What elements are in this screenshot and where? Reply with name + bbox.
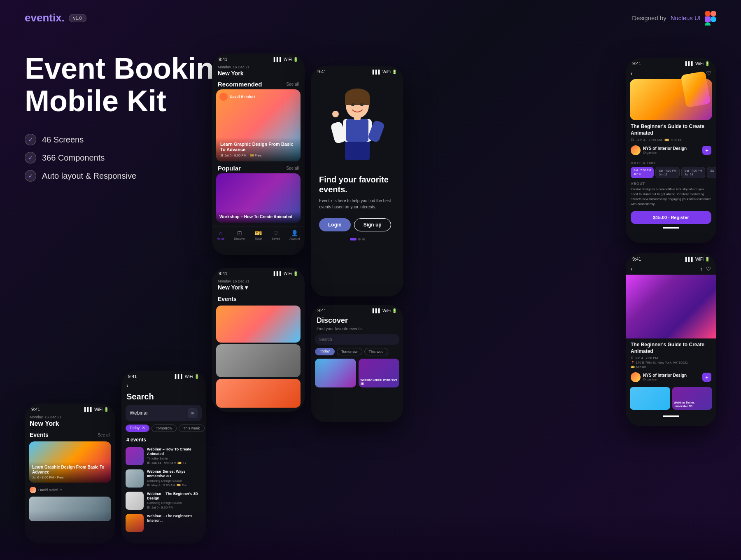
back-arrow[interactable]: ‹ [121,380,206,390]
chip-thisweek[interactable]: This week [179,425,205,432]
detail-b-event-title: The Beginner's Guide to Create Animated [626,338,716,355]
discover-subtitle: Find your favorite events. [311,327,403,334]
logo-text: eventix. [25,12,65,24]
pbe-date: Monday, 16 Dec 21 [212,278,305,283]
status-bar-1: 9:41 ▌▌▌ WiFi 🔋 [25,404,115,413]
nav-discover[interactable]: ⊡ Discover [234,230,245,240]
nav-ticket[interactable]: 🎫 Ticket [255,230,262,240]
status-bar-8: 9:41 ▌▌▌ WiFi 🔋 [212,268,305,278]
login-button[interactable]: Login [319,218,351,231]
feature-components: ✓ 366 Components [25,152,716,163]
detail-b-hero-image [626,275,716,338]
discover-chip-thisweek[interactable]: This wee [364,348,388,355]
register-button[interactable]: $15.00 · Register [631,211,711,224]
discover-search-input[interactable]: Search [315,334,399,345]
phone-bottom-events: 9:41 ▌▌▌ WiFi 🔋 Monday, 16 Dec 21 New Yo… [212,268,305,412]
hero-section: Event Booking Mobile Kit ✓ 46 Screens ✓ … [0,36,741,182]
secondary-event-card[interactable] [29,497,111,521]
svg-rect-0 [705,11,711,16]
figma-icon [705,12,716,24]
header: eventix. v1.0 Designed by Nucleus UI [0,0,741,36]
svg-rect-2 [705,16,711,22]
search-input-row[interactable]: Webinar ⊞ [126,405,202,421]
svg-rect-3 [711,16,716,22]
share-icon-b[interactable]: ↑ [700,266,703,272]
result-thumb-4 [126,514,144,532]
result-thumb-3 [126,492,144,510]
pbe-card-2[interactable] [216,344,301,377]
chip-today[interactable]: Today ✕ [126,425,149,432]
phone-city-1: New York [25,419,115,428]
check-icon: ✓ [25,134,36,145]
detail-b-meta: 🗓 Jun 4 · 7:00 PM 📍 170 E 70th St, New Y… [626,355,716,370]
result-thumb-2 [126,469,144,488]
discover-card-2[interactable]: Webinar Series: Immersive 3D [359,359,400,387]
author-row: David Reinfurt [25,484,115,495]
hero-title: Event Booking Mobile Kit [25,52,716,117]
events-section-header: Events See all [25,428,115,440]
version-badge: v1.0 [69,14,86,22]
mini-event-cards: Webinar Series:Immersive 3D [626,385,716,412]
svg-rect-1 [711,11,716,16]
nav-saved[interactable]: ♡ Saved [272,230,280,240]
feature-screens: ✓ 46 Screens [25,134,716,145]
saved-icon: ♡ [273,230,279,236]
filter-button[interactable]: ⊞ [188,408,198,418]
bottom-nav: ⌂ Home ⊡ Discover 🎫 Ticket ♡ Saved 👤 Acc… [212,226,305,242]
discover-chip-today[interactable]: Today [315,348,335,355]
discover-title: Discover [311,315,403,327]
org-avatar-b [631,372,641,382]
account-icon: 👤 [291,230,298,236]
results-count: 4 events [121,435,206,445]
features-list: ✓ 46 Screens ✓ 366 Components ✓ Auto lay… [25,134,716,182]
chips-row: Today ✕ Tomorrow This week [121,425,206,435]
author-avatar [30,487,36,493]
phone-search: 9:41 ▌▌▌ WiFi 🔋 ‹ Search Webinar ⊞ Today… [121,371,206,544]
logo-area: eventix. v1.0 [25,12,86,24]
chip-tomorrow[interactable]: Tomorrow [151,425,177,432]
back-button-b[interactable]: ‹ [631,266,633,272]
discover-chip-tomorrow[interactable]: Tomorrow [337,348,362,355]
status-bar-7: 9:41 ▌▌▌ WiFi 🔋 [626,253,716,263]
discover-chips: Today Tomorrow This wee [311,348,403,359]
about-text: Interior design is a competitive industr… [626,187,716,207]
onboard-desc: Eventix is here to help you find the bes… [319,198,395,210]
home-indicator [663,227,679,229]
mini-card-2[interactable]: Webinar Series:Immersive 3D [672,387,713,410]
onboard-buttons: Login Sign up [319,218,391,231]
check-icon-2: ✓ [25,152,36,163]
main-event-card[interactable]: Learn Graphic Design From Basic To Advan… [29,441,111,483]
result-item-2[interactable]: Webinar Series: Ways Immersive 3D Ginsbe… [121,467,206,490]
phone-discover: 9:41 ▌▌▌ WiFi 🔋 Discover Find your favor… [311,305,403,422]
discover-card-1[interactable] [315,359,356,387]
detail-b-header: ‹ ↑ ♡ [626,263,716,275]
result-item-3[interactable]: Webinar – The Beginner's 3D Design Ginsb… [121,490,206,512]
check-icon-3: ✓ [25,170,36,182]
discover-icon: ⊡ [237,230,242,236]
result-thumb-1 [126,447,144,465]
nav-account[interactable]: 👤 Account [289,230,300,240]
svg-rect-4 [705,22,711,26]
result-item-1[interactable]: Webinar – How To Create Animated Timothy… [121,445,206,467]
home-icon: ⌂ [219,230,222,236]
detail-b-organizer: NYS of Interior Design Organizer + [626,370,716,385]
ticket-icon: 🎫 [255,230,262,236]
pbe-section-header: Events [212,293,305,304]
phone-date-1: Monday, 16 Dec 21 [25,413,115,419]
nav-home[interactable]: ⌂ Home [217,230,225,240]
phone-detail-bottom: 9:41 ▌▌▌ WiFi 🔋 ‹ ↑ ♡ The Beginner's Gui… [626,253,716,426]
result-item-4[interactable]: Webinar – The Beginner's Interior... [121,512,206,534]
nucleus-link[interactable]: Nucleus UI [671,14,701,21]
mini-card-1[interactable] [630,387,670,410]
pbe-card-1[interactable] [216,306,301,343]
pbe-city: New York ▾ [212,283,305,293]
bottom-fade [0,511,741,560]
signup-button[interactable]: Sign up [354,218,391,231]
pbe-card-3[interactable] [216,379,301,408]
heart-icon-b[interactable]: ♡ [706,266,711,272]
status-bar-2: 9:41 ▌▌▌ WiFi 🔋 [121,371,206,380]
search-title: Search [121,390,206,405]
add-org-button-b[interactable]: + [702,373,711,382]
phone-events: 9:41 ▌▌▌ WiFi 🔋 Monday, 16 Dec 21 New Yo… [25,404,115,544]
discover-cards: Webinar Series: Immersive 3D [311,359,403,387]
